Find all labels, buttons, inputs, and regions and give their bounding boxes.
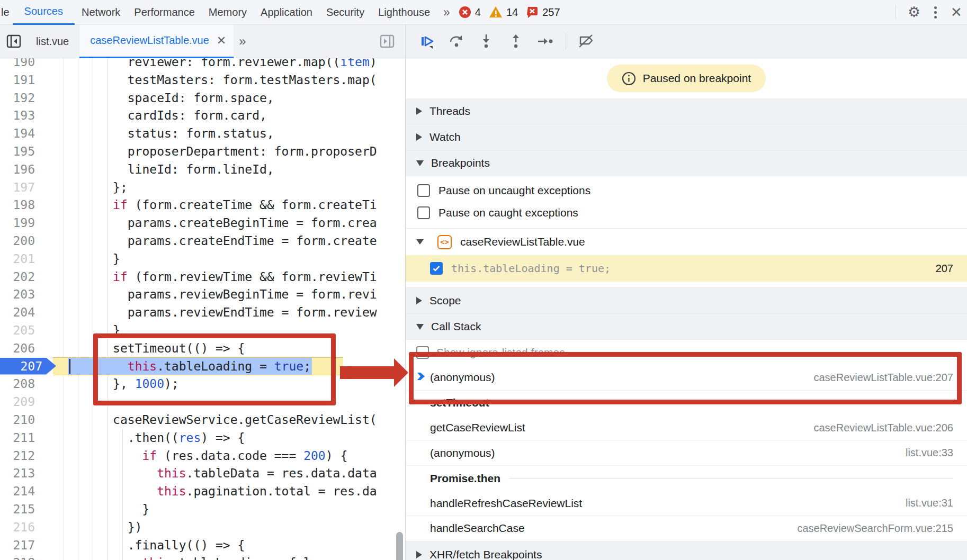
code-line-197[interactable]: 197 }; bbox=[0, 178, 405, 196]
tab-application[interactable]: Application bbox=[254, 0, 319, 25]
settings-gear-icon[interactable]: ⚙ bbox=[903, 2, 925, 23]
warning-icon[interactable] bbox=[489, 6, 503, 19]
line-number[interactable]: 196 bbox=[0, 160, 35, 178]
code-line-190[interactable]: 190 reviewer: form.reviewer.map((item) bbox=[0, 58, 405, 71]
close-tab-icon[interactable]: ✕ bbox=[217, 34, 226, 48]
code-line-191[interactable]: 191 testMasters: form.testMasters.map( bbox=[0, 71, 405, 89]
line-number[interactable]: 212 bbox=[0, 447, 35, 465]
line-number[interactable]: 198 bbox=[0, 196, 35, 214]
code-line-212[interactable]: 212 if (res.data.code === 200) { bbox=[0, 447, 405, 465]
code-line-211[interactable]: 211 .then((res) => { bbox=[0, 429, 405, 447]
code-line-199[interactable]: 199 params.createBeginTime = form.crea bbox=[0, 214, 405, 232]
section-call-stack[interactable]: Call Stack bbox=[406, 314, 967, 340]
code-line-193[interactable]: 193 cardIds: form.card, bbox=[0, 106, 405, 124]
line-number[interactable]: 199 bbox=[0, 214, 35, 232]
tab-sources[interactable]: Sources bbox=[13, 0, 75, 25]
code-line-215[interactable]: 215 } bbox=[0, 500, 405, 518]
code-line-218[interactable]: 218 this.tableLoading = fal bbox=[0, 554, 405, 560]
line-number[interactable]: 192 bbox=[0, 89, 35, 107]
editor-scrollbar-thumb[interactable] bbox=[396, 532, 403, 560]
line-number[interactable]: 197 bbox=[0, 178, 35, 196]
code-line-196[interactable]: 196 lineId: form.lineId, bbox=[0, 160, 405, 178]
tab-lighthouse[interactable]: Lighthouse bbox=[371, 0, 437, 25]
execution-line-flag[interactable]: 207 bbox=[0, 358, 56, 375]
tab-memory[interactable]: Memory bbox=[202, 0, 254, 25]
call-stack-frame[interactable]: getCaseReviewListcaseReviewListTable.vue… bbox=[406, 416, 967, 441]
resume-script-icon[interactable] bbox=[414, 30, 440, 53]
line-number[interactable]: 216 bbox=[0, 518, 35, 536]
code-line-195[interactable]: 195 proposerDepartment: form.proposerD bbox=[0, 142, 405, 160]
breakpoint-entry-row[interactable]: this.tableLoading = true; 207 bbox=[406, 255, 967, 282]
line-number[interactable]: 201 bbox=[0, 250, 35, 268]
pause-caught-checkbox[interactable] bbox=[417, 206, 430, 219]
tab-performance[interactable]: Performance bbox=[127, 0, 202, 25]
line-number[interactable]: 195 bbox=[0, 142, 35, 160]
line-number[interactable]: 194 bbox=[0, 124, 35, 142]
line-number[interactable]: 217 bbox=[0, 536, 35, 554]
section-breakpoints[interactable]: Breakpoints bbox=[406, 150, 967, 176]
pause-uncaught-row[interactable]: Pause on uncaught exceptions bbox=[406, 179, 967, 202]
file-tab-casereviewlisttable-vue[interactable]: caseReviewListTable.vue ✕ bbox=[79, 25, 234, 58]
code-line-214[interactable]: 214 this.pagination.total = res.da bbox=[0, 482, 405, 500]
pause-uncaught-checkbox[interactable] bbox=[417, 184, 430, 197]
step-into-icon[interactable] bbox=[473, 30, 499, 53]
line-number[interactable]: 218 bbox=[0, 554, 35, 560]
pane-divider[interactable] bbox=[405, 25, 406, 560]
deactivate-breakpoints-icon[interactable] bbox=[574, 30, 599, 53]
section-scope[interactable]: Scope bbox=[406, 288, 967, 314]
line-number[interactable]: 193 bbox=[0, 106, 35, 124]
line-number[interactable]: 214 bbox=[0, 482, 35, 500]
call-stack-frame[interactable]: handleRefreshCaseReviewListlist.vue:31 bbox=[406, 491, 967, 517]
line-number[interactable]: 202 bbox=[0, 268, 35, 286]
step-over-icon[interactable] bbox=[444, 30, 469, 53]
kebab-menu-icon[interactable] bbox=[925, 2, 946, 23]
line-number[interactable]: 200 bbox=[0, 232, 35, 250]
tab-security[interactable]: Security bbox=[319, 0, 371, 25]
file-tab-list-vue[interactable]: list.vue bbox=[25, 25, 79, 58]
tab-network[interactable]: Network bbox=[75, 0, 127, 25]
code-line-217[interactable]: 217 .finally(() => { bbox=[0, 536, 405, 554]
issues-icon[interactable] bbox=[526, 6, 539, 19]
more-tabs-icon[interactable]: » bbox=[437, 5, 455, 20]
code-line-198[interactable]: 198 if (form.createTime && form.createTi bbox=[0, 196, 405, 214]
step-icon[interactable] bbox=[533, 30, 558, 53]
section-xhr-breakpoints[interactable]: XHR/fetch Breakpoints bbox=[406, 541, 967, 560]
line-number[interactable]: 205 bbox=[0, 321, 35, 339]
section-threads[interactable]: Threads bbox=[406, 98, 967, 124]
close-devtools-icon[interactable]: ✕ bbox=[946, 2, 967, 23]
code-line-192[interactable]: 192 spaceId: form.space, bbox=[0, 89, 405, 107]
code-line-203[interactable]: 203 params.reviewBeginTime = form.revi bbox=[0, 285, 405, 303]
section-watch[interactable]: Watch bbox=[406, 124, 967, 150]
code-line-200[interactable]: 200 params.createEndTime = form.create bbox=[0, 232, 405, 250]
code-line-202[interactable]: 202 if (form.reviewTime && form.reviewTi bbox=[0, 268, 405, 286]
code-line-204[interactable]: 204 params.reviewEndTime = form.review bbox=[0, 303, 405, 321]
call-stack-frame[interactable]: (anonymous)list.vue:33 bbox=[406, 441, 967, 466]
line-number[interactable]: 206 bbox=[0, 339, 35, 357]
line-number[interactable]: 209 bbox=[0, 393, 35, 411]
code-line-216[interactable]: 216 }) bbox=[0, 518, 405, 536]
step-out-icon[interactable] bbox=[503, 30, 529, 53]
line-number[interactable]: 211 bbox=[0, 429, 35, 447]
error-icon[interactable] bbox=[459, 6, 471, 19]
call-stack-frame[interactable]: handleSearchCasecaseReviewSearchForm.vue… bbox=[406, 516, 967, 541]
code-line-201[interactable]: 201 } bbox=[0, 250, 405, 268]
hide-navigator-icon[interactable] bbox=[2, 30, 25, 53]
pause-caught-row[interactable]: Pause on caught exceptions bbox=[406, 202, 967, 224]
line-number[interactable]: 210 bbox=[0, 411, 35, 429]
code-line-210[interactable]: 210 caseReviewService.getCaseReviewList( bbox=[0, 411, 405, 429]
breakpoint-checkbox[interactable] bbox=[430, 262, 443, 275]
hide-debugger-sidebar-icon[interactable] bbox=[375, 30, 399, 53]
line-number[interactable]: 208 bbox=[0, 375, 35, 393]
code-line-194[interactable]: 194 status: form.status, bbox=[0, 124, 405, 142]
tab-console-partial[interactable]: le bbox=[0, 0, 13, 25]
line-number[interactable]: 203 bbox=[0, 285, 35, 303]
line-number[interactable]: 215 bbox=[0, 500, 35, 518]
line-number[interactable]: 204 bbox=[0, 303, 35, 321]
code-editor[interactable]: 190 reviewer: form.reviewer.map((item)19… bbox=[0, 58, 405, 560]
code-line-213[interactable]: 213 this.tableData = res.data.data bbox=[0, 464, 405, 482]
line-number[interactable]: 190 bbox=[0, 58, 35, 71]
breakpoint-file-group[interactable]: <> caseReviewListTable.vue bbox=[406, 229, 967, 255]
line-number[interactable]: 213 bbox=[0, 464, 35, 482]
more-file-tabs-icon[interactable]: » bbox=[234, 34, 250, 49]
line-number[interactable]: 191 bbox=[0, 71, 35, 89]
